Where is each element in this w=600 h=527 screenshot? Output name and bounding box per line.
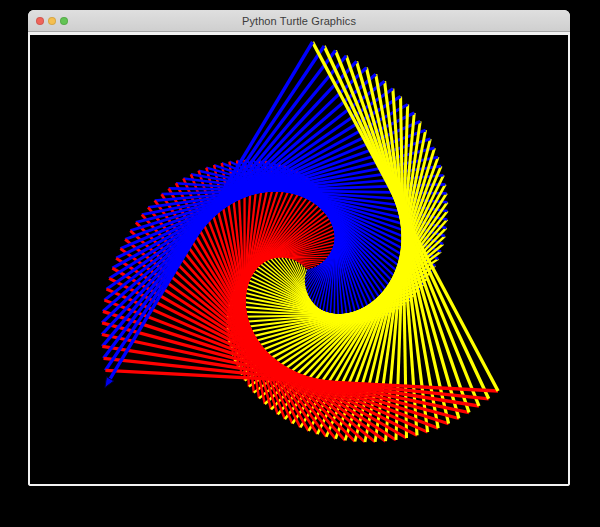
minimize-button[interactable] <box>48 17 56 25</box>
canvas-frame <box>28 33 570 486</box>
zoom-button[interactable] <box>60 17 68 25</box>
window-titlebar[interactable]: Python Turtle Graphics <box>28 10 570 32</box>
window-title: Python Turtle Graphics <box>242 15 356 27</box>
turtle-canvas[interactable] <box>30 35 568 484</box>
close-button[interactable] <box>36 17 44 25</box>
traffic-lights <box>36 10 68 31</box>
turtle-graphics-window: Python Turtle Graphics <box>28 10 570 486</box>
